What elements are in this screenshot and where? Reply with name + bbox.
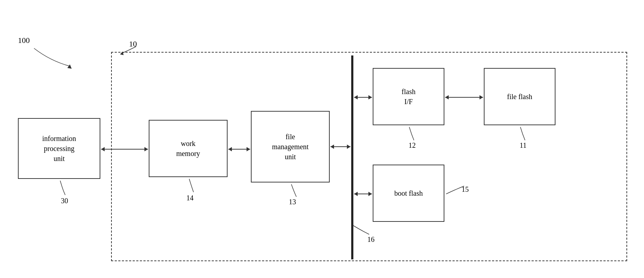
- svg-marker-4: [101, 147, 105, 151]
- ref-15: 15: [462, 185, 469, 194]
- fmu-label: filemanagementunit: [272, 132, 309, 162]
- flash-if-label: flashI/F: [402, 87, 416, 107]
- box-wm: workmemory: [149, 120, 228, 177]
- file-flash-label: file flash: [507, 92, 533, 102]
- boot-flash-label: boot flash: [394, 188, 423, 198]
- ipu-label: informationprocessingunit: [42, 133, 76, 164]
- label-100: 100: [18, 36, 30, 45]
- box-fmu: filemanagementunit: [251, 111, 330, 182]
- ref-30: 30: [61, 197, 68, 205]
- box-flash-if: flashI/F: [373, 68, 444, 125]
- ref-13: 13: [289, 198, 296, 206]
- bus-bar: [351, 55, 353, 259]
- svg-marker-0: [67, 64, 72, 69]
- box-boot-flash: boot flash: [373, 165, 444, 222]
- box-ipu: informationprocessingunit: [18, 118, 100, 179]
- box-file-flash: file flash: [484, 68, 555, 125]
- ref-16: 16: [367, 235, 375, 244]
- diagram-container: 100 10 informationprocessingunit 30 work…: [7, 14, 637, 265]
- ref-11: 11: [520, 141, 526, 150]
- label-10: 10: [129, 39, 137, 49]
- wm-label: workmemory: [176, 138, 200, 158]
- ref-14: 14: [186, 194, 194, 202]
- ref-12: 12: [409, 141, 416, 150]
